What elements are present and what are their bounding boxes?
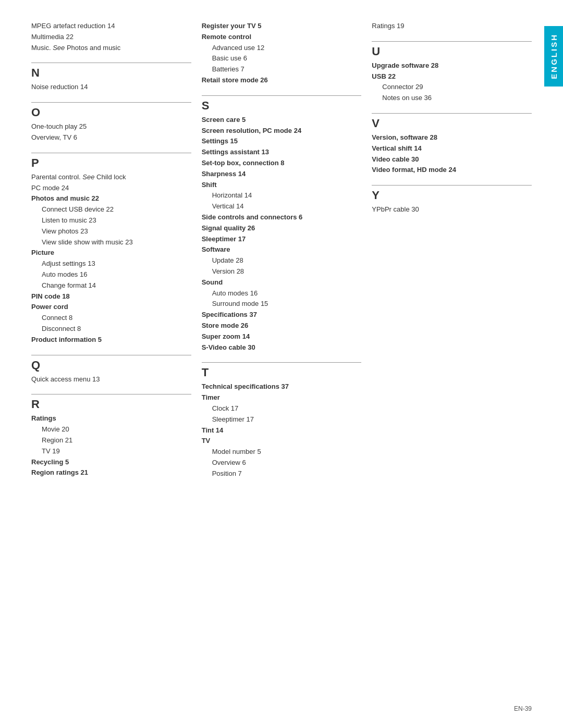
section-divider — [31, 102, 191, 103]
page-container: MPEG artefact reduction 14Multimedia 22M… — [31, 21, 532, 484]
index-entry: Auto modes 16 — [31, 269, 191, 280]
column-1: MPEG artefact reduction 14Multimedia 22M… — [31, 21, 191, 484]
index-entry: Store mode 26 — [202, 320, 362, 331]
index-entry: Product information 5 — [31, 335, 191, 346]
index-entry: MPEG artefact reduction 14 — [31, 21, 191, 32]
index-entry: TV — [202, 436, 362, 447]
index-entry: YPbPr cable 30 — [372, 204, 532, 215]
index-entry: S-Video cable 30 — [202, 342, 362, 353]
section-divider — [202, 362, 362, 363]
index-entry: Position 7 — [202, 468, 362, 479]
index-entry: Settings assistant 13 — [202, 147, 362, 158]
section-letter: Y — [372, 189, 532, 202]
index-entry: Retail store mode 26 — [202, 75, 362, 86]
index-section: MPEG artefact reduction 14Multimedia 22M… — [31, 21, 191, 53]
index-entry: Connector 29 — [372, 82, 532, 93]
index-entry: Vertical shift 14 — [372, 143, 532, 154]
index-entry: Overview, TV 6 — [31, 132, 191, 143]
index-entry: Upgrade software 28 — [372, 60, 532, 71]
index-entry: Sharpness 14 — [202, 169, 362, 180]
index-entry: Region 21 — [31, 435, 191, 446]
section-letter: R — [31, 398, 191, 411]
index-entry: PIN code 18 — [31, 291, 191, 302]
index-entry: Notes on use 36 — [372, 93, 532, 104]
index-entry: Adjust settings 13 — [31, 258, 191, 269]
index-entry: Vertical 14 — [202, 201, 362, 212]
index-entry: PC mode 24 — [31, 183, 191, 194]
index-entry: Sleeptimer 17 — [202, 234, 362, 245]
index-entry: Recycling 5 — [31, 457, 191, 468]
index-entry: Parental control. See Child lock — [31, 172, 191, 183]
index-entry: Photos and music 22 — [31, 193, 191, 204]
section-letter: P — [31, 156, 191, 170]
index-section: RRatingsMovie 20Region 21TV 19Recycling … — [31, 390, 191, 478]
index-entry: Change format 14 — [31, 280, 191, 291]
index-entry: Super zoom 14 — [202, 331, 362, 342]
index-entry: Listen to music 23 — [31, 215, 191, 226]
index-entry: Overview 6 — [202, 458, 362, 468]
index-entry: Multimedia 22 — [31, 32, 191, 43]
index-entry: Disconnect 8 — [31, 324, 191, 335]
section-letter: O — [31, 106, 191, 119]
columns-wrapper: MPEG artefact reduction 14Multimedia 22M… — [31, 21, 532, 484]
index-entry: Movie 20 — [31, 424, 191, 435]
index-entry: TV 19 — [31, 446, 191, 457]
index-entry: Horizontal 14 — [202, 190, 362, 201]
index-entry: Version, software 28 — [372, 132, 532, 143]
index-entry: Sleeptimer 17 — [202, 414, 362, 425]
section-divider — [372, 113, 532, 114]
index-entry: Software — [202, 244, 362, 255]
index-entry: Connect 8 — [31, 313, 191, 324]
index-section: Register your TV 5Remote controlAdvanced… — [202, 21, 362, 86]
index-section: SScreen care 5Screen resolution, PC mode… — [202, 91, 362, 353]
page-number: EN-39 — [514, 705, 532, 712]
index-entry: Ratings 19 — [372, 21, 532, 32]
index-entry: Set-top box, connection 8 — [202, 158, 362, 169]
index-entry: Video format, HD mode 24 — [372, 165, 532, 176]
index-entry: Timer — [202, 392, 362, 403]
index-entry: Version 28 — [202, 266, 362, 277]
index-section: NNoise reduction 14 — [31, 58, 191, 93]
index-entry: Connect USB device 22 — [31, 204, 191, 215]
index-entry: Update 28 — [202, 255, 362, 266]
column-2: Register your TV 5Remote controlAdvanced… — [202, 21, 362, 484]
index-entry: Region ratings 21 — [31, 467, 191, 478]
index-entry: Side controls and connectors 6 — [202, 212, 362, 223]
section-letter: S — [202, 99, 362, 113]
index-entry: Sound — [202, 277, 362, 288]
section-letter: N — [31, 66, 191, 80]
index-entry: Ratings — [31, 413, 191, 424]
language-tab-text: ENGLISH — [549, 33, 558, 79]
index-section: Ratings 19 — [372, 21, 532, 32]
section-divider — [31, 394, 191, 394]
index-entry: Clock 17 — [202, 403, 362, 414]
index-section: YYPbPr cable 30 — [372, 181, 532, 215]
index-section: OOne-touch play 25Overview, TV 6 — [31, 98, 191, 143]
index-section: PParental control. See Child lockPC mode… — [31, 149, 191, 346]
index-entry: Model number 5 — [202, 447, 362, 458]
index-entry: Screen resolution, PC mode 24 — [202, 126, 362, 137]
section-divider — [31, 153, 191, 153]
section-letter: Q — [31, 359, 191, 372]
section-letter: V — [372, 117, 532, 130]
index-section: QQuick access menu 13 — [31, 351, 191, 385]
index-entry: Specifications 37 — [202, 310, 362, 320]
index-entry: Register your TV 5 — [202, 21, 362, 32]
index-entry: Basic use 6 — [202, 53, 362, 64]
index-entry: Surround mode 15 — [202, 299, 362, 310]
section-letter: T — [202, 366, 362, 379]
language-tab: ENGLISH — [544, 26, 563, 87]
index-entry: Auto modes 16 — [202, 288, 362, 299]
index-entry: USB 22 — [372, 71, 532, 82]
index-section: VVersion, software 28Vertical shift 14Vi… — [372, 109, 532, 176]
index-entry: One-touch play 25 — [31, 121, 191, 132]
index-entry: Batteries 7 — [202, 64, 362, 75]
index-entry: Settings 15 — [202, 136, 362, 147]
index-entry: Noise reduction 14 — [31, 82, 191, 93]
index-entry: Quick access menu 13 — [31, 374, 191, 385]
index-entry: View photos 23 — [31, 226, 191, 237]
index-entry: Remote control — [202, 32, 362, 43]
index-entry: Picture — [31, 248, 191, 258]
index-entry: Tint 14 — [202, 425, 362, 436]
section-divider — [372, 41, 532, 42]
